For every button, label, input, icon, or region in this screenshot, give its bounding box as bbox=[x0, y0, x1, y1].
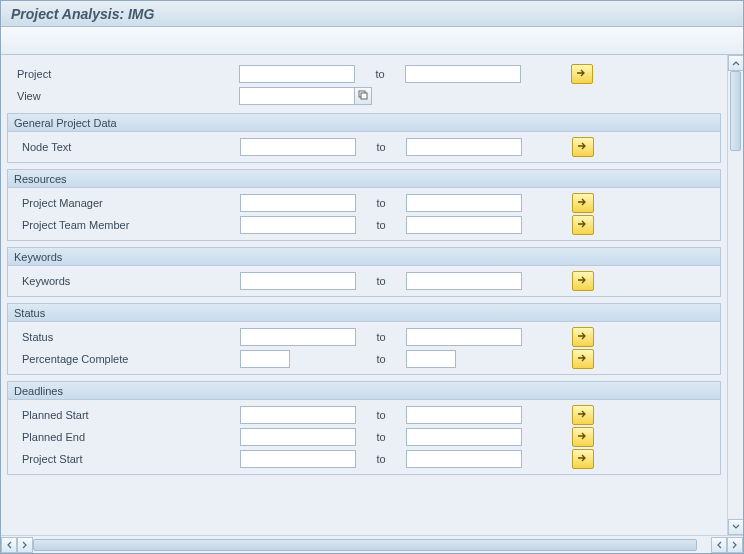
groups-container: General Project DataNode TexttoResources… bbox=[7, 113, 721, 475]
label-project_start: Project Start bbox=[10, 453, 240, 465]
project-to-input[interactable] bbox=[405, 65, 521, 83]
arrow-right-icon bbox=[577, 219, 589, 231]
form-scroll: Project to View bbox=[1, 55, 727, 535]
arrow-right-icon bbox=[577, 453, 589, 465]
chevron-right-icon bbox=[731, 539, 739, 551]
horizontal-scrollbar[interactable] bbox=[1, 535, 743, 553]
window: Project Analysis: IMG Project to bbox=[0, 0, 744, 554]
project-from-input[interactable] bbox=[239, 65, 355, 83]
node_text-from-input[interactable] bbox=[240, 138, 356, 156]
execute-button[interactable] bbox=[7, 31, 29, 51]
row-node_text: Node Textto bbox=[10, 136, 718, 158]
label-project_team_member: Project Team Member bbox=[10, 219, 240, 231]
multiple-selection-button[interactable] bbox=[571, 64, 593, 84]
group-body: StatustoPercentage Completeto bbox=[8, 322, 720, 374]
project_start-from-input[interactable] bbox=[240, 450, 356, 468]
planned_end-to-input[interactable] bbox=[406, 428, 522, 446]
project_manager-from-input[interactable] bbox=[240, 194, 356, 212]
toolbar bbox=[1, 27, 743, 55]
to-label: to bbox=[356, 141, 406, 153]
row-project_start: Project Startto bbox=[10, 448, 718, 470]
chevron-up-icon bbox=[732, 57, 740, 69]
status-to-input[interactable] bbox=[406, 328, 522, 346]
variant-button[interactable] bbox=[33, 31, 55, 51]
keywords-to-input[interactable] bbox=[406, 272, 522, 290]
multiple-selection-button[interactable] bbox=[572, 427, 594, 447]
multiple-selection-button[interactable] bbox=[572, 327, 594, 347]
label-planned_end: Planned End bbox=[10, 431, 240, 443]
chevron-left-icon bbox=[715, 539, 723, 551]
chevron-left-icon bbox=[5, 539, 13, 551]
status-from-input[interactable] bbox=[240, 328, 356, 346]
label-pct_complete: Percentage Complete bbox=[10, 353, 240, 365]
planned_start-to-input[interactable] bbox=[406, 406, 522, 424]
pct_complete-to-input[interactable] bbox=[406, 350, 456, 368]
scroll-right-button-2[interactable] bbox=[727, 537, 743, 553]
planned_end-from-input[interactable] bbox=[240, 428, 356, 446]
to-label: to bbox=[356, 431, 406, 443]
keywords-from-input[interactable] bbox=[240, 272, 356, 290]
label-planned_start: Planned Start bbox=[10, 409, 240, 421]
arrow-right-icon bbox=[577, 431, 589, 443]
to-label: to bbox=[356, 219, 406, 231]
top-selection-block: Project to View bbox=[7, 61, 721, 113]
scroll-thumb[interactable] bbox=[730, 71, 741, 151]
project_start-to-input[interactable] bbox=[406, 450, 522, 468]
to-label: to bbox=[356, 353, 406, 365]
arrow-right-icon bbox=[576, 68, 588, 80]
label-project: Project bbox=[9, 68, 239, 80]
h-scroll-thumb[interactable] bbox=[33, 539, 697, 551]
multiple-selection-button[interactable] bbox=[572, 271, 594, 291]
scroll-left-button[interactable] bbox=[1, 537, 17, 553]
group-header: Deadlines bbox=[8, 382, 720, 400]
scroll-down-button[interactable] bbox=[728, 519, 743, 535]
project_team_member-to-input[interactable] bbox=[406, 216, 522, 234]
arrow-right-icon bbox=[577, 275, 589, 287]
to-label: to bbox=[356, 275, 406, 287]
title-bar: Project Analysis: IMG bbox=[1, 1, 743, 27]
row-status: Statusto bbox=[10, 326, 718, 348]
label-view: View bbox=[9, 90, 239, 102]
body-area: Project to View bbox=[1, 55, 743, 535]
multiple-selection-button[interactable] bbox=[572, 215, 594, 235]
row-project_manager: Project Managerto bbox=[10, 192, 718, 214]
group-header: Resources bbox=[8, 170, 720, 188]
to-label: to bbox=[355, 68, 405, 80]
pct_complete-from-input[interactable] bbox=[240, 350, 290, 368]
row-project: Project to bbox=[9, 63, 719, 85]
arrow-right-icon bbox=[577, 353, 589, 365]
multiple-selection-button[interactable] bbox=[572, 405, 594, 425]
vertical-scrollbar[interactable] bbox=[727, 55, 743, 535]
search-help-icon bbox=[358, 90, 368, 102]
view-input[interactable] bbox=[239, 87, 355, 105]
row-view: View bbox=[9, 85, 719, 107]
multiple-selection-button[interactable] bbox=[572, 137, 594, 157]
form-inner: Project to View bbox=[1, 55, 727, 475]
group-deadlines: DeadlinesPlanned StarttoPlanned EndtoPro… bbox=[7, 381, 721, 475]
scroll-left-button-2[interactable] bbox=[711, 537, 727, 553]
group-body: Node Textto bbox=[8, 132, 720, 162]
scroll-up-button[interactable] bbox=[728, 55, 743, 71]
group-header: Keywords bbox=[8, 248, 720, 266]
arrow-right-icon bbox=[577, 331, 589, 343]
multiple-selection-button[interactable] bbox=[572, 449, 594, 469]
row-keywords: Keywordsto bbox=[10, 270, 718, 292]
node_text-to-input[interactable] bbox=[406, 138, 522, 156]
scroll-right-button[interactable] bbox=[17, 537, 33, 553]
to-label: to bbox=[356, 453, 406, 465]
h-scroll-track[interactable] bbox=[33, 537, 711, 553]
row-planned_start: Planned Startto bbox=[10, 404, 718, 426]
multiple-selection-button[interactable] bbox=[572, 193, 594, 213]
group-status: StatusStatustoPercentage Completeto bbox=[7, 303, 721, 375]
scroll-track[interactable] bbox=[728, 71, 743, 519]
group-keywords: KeywordsKeywordsto bbox=[7, 247, 721, 297]
row-project_team_member: Project Team Memberto bbox=[10, 214, 718, 236]
label-project_manager: Project Manager bbox=[10, 197, 240, 209]
svg-rect-5 bbox=[361, 93, 367, 99]
to-label: to bbox=[356, 331, 406, 343]
view-f4-button[interactable] bbox=[354, 87, 372, 105]
multiple-selection-button[interactable] bbox=[572, 349, 594, 369]
project_manager-to-input[interactable] bbox=[406, 194, 522, 212]
project_team_member-from-input[interactable] bbox=[240, 216, 356, 234]
planned_start-from-input[interactable] bbox=[240, 406, 356, 424]
